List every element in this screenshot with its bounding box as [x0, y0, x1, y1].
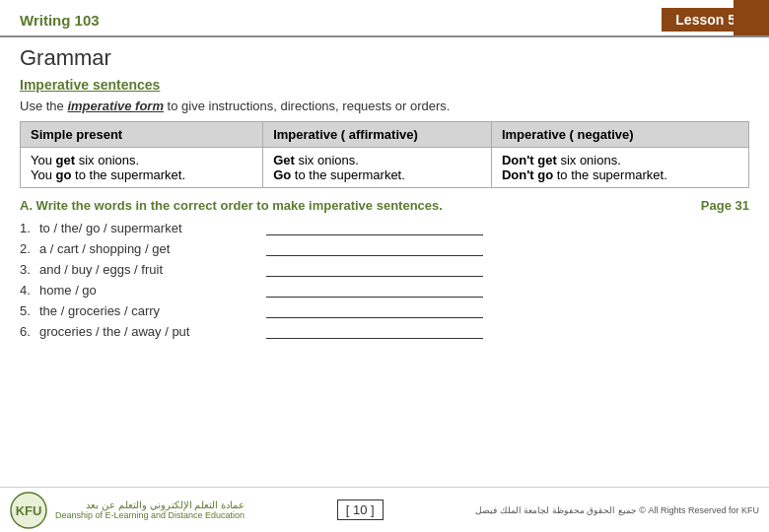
- header: Writing 103 Lesson 5: [0, 0, 769, 37]
- table-header-simple: Simple present: [21, 122, 263, 148]
- footer-arabic: عمادة التعلم الإلكتروني والتعلم عن بعد: [55, 499, 245, 510]
- neg-line1: Don't get six onions.: [502, 153, 621, 167]
- list-item: 3. and / buy / eggs / fruit: [20, 262, 749, 277]
- list-item: 6. groceries / the / away / put: [20, 324, 749, 339]
- exercise-line-4: [266, 284, 483, 298]
- grammar-title: Grammar: [0, 37, 769, 75]
- simple-line2: You go to the supermarket.: [31, 167, 185, 182]
- page-number-value: 10: [353, 502, 367, 517]
- corner-decoration: [734, 0, 769, 35]
- affirm-line2: Go to the supermarket.: [273, 167, 405, 182]
- affirm-line1: Get six onions.: [273, 153, 359, 167]
- exercise-text-3: and / buy / eggs / fruit: [39, 262, 256, 277]
- imperative-heading: Imperative sentences: [0, 75, 769, 97]
- table-header-negative: Imperative ( negative): [491, 122, 748, 148]
- table-cell-simple: You get six onions. You go to the superm…: [21, 148, 263, 188]
- table-cell-affirmative: Get six onions. Go to the supermarket.: [263, 148, 492, 188]
- list-item: 2. a / cart / shopping / get: [20, 241, 749, 256]
- grammar-table: Simple present Imperative ( affirmative)…: [20, 121, 749, 188]
- exercise-num-6: 6.: [20, 324, 39, 339]
- footer-english: Deanship of E-Learning and Distance Educ…: [55, 510, 245, 520]
- exercise-list: 1. to / the/ go / supermarket 2. a / car…: [20, 221, 749, 339]
- exercise-text-6: groceries / the / away / put: [39, 324, 256, 339]
- table-cell-negative: Don't get six onions. Don't go to the su…: [491, 148, 748, 188]
- table-header-affirmative: Imperative ( affirmative): [263, 122, 492, 148]
- simple-line1: You get six onions.: [31, 153, 139, 167]
- write-instruction: A. Write the words in the correct order …: [20, 198, 443, 213]
- write-section: Page 31 A. Write the words in the correc…: [0, 188, 769, 339]
- neg-line2: Don't go to the supermarket.: [502, 167, 667, 182]
- exercise-line-2: [266, 242, 483, 256]
- exercise-text-2: a / cart / shopping / get: [39, 241, 256, 256]
- footer-text-block: عمادة التعلم الإلكتروني والتعلم عن بعد D…: [55, 499, 245, 520]
- exercise-num-3: 3.: [20, 262, 39, 277]
- exercise-text-5: the / groceries / carry: [39, 303, 256, 318]
- exercise-num-4: 4.: [20, 283, 39, 298]
- footer-rights: All Rights Reserved for KFU © جميع الحقو…: [475, 505, 759, 515]
- footer-logo-icon: KFU: [10, 492, 47, 529]
- exercise-num-2: 2.: [20, 241, 39, 256]
- page-number-box: [ 10 ]: [337, 499, 384, 520]
- writing-title: Writing 103: [20, 12, 100, 29]
- exercise-num-1: 1.: [20, 221, 39, 235]
- svg-text:KFU: KFU: [16, 503, 42, 518]
- list-item: 1. to / the/ go / supermarket: [20, 221, 749, 235]
- exercise-text-4: home / go: [39, 283, 256, 298]
- list-item: 4. home / go: [20, 283, 749, 298]
- footer-page: [ 10 ]: [245, 499, 475, 520]
- table-row: You get six onions. You go to the superm…: [21, 148, 749, 188]
- use-text-after: to give instructions, directions, reques…: [164, 99, 450, 113]
- exercise-line-3: [266, 263, 483, 277]
- exercise-line-6: [266, 325, 483, 339]
- list-item: 5. the / groceries / carry: [20, 303, 749, 318]
- exercise-num-5: 5.: [20, 303, 39, 318]
- exercise-text-1: to / the/ go / supermarket: [39, 221, 256, 235]
- write-heading: Page 31 A. Write the words in the correc…: [20, 198, 749, 213]
- imperative-form-italic: imperative form: [67, 99, 164, 113]
- exercise-line-1: [266, 222, 483, 235]
- exercise-line-5: [266, 304, 483, 318]
- use-text-paragraph: Use the imperative form to give instruct…: [0, 97, 769, 121]
- page-number-label: Page 31: [701, 198, 749, 213]
- footer: KFU عمادة التعلم الإلكتروني والتعلم عن ب…: [0, 487, 769, 532]
- use-text-before: Use the: [20, 99, 67, 113]
